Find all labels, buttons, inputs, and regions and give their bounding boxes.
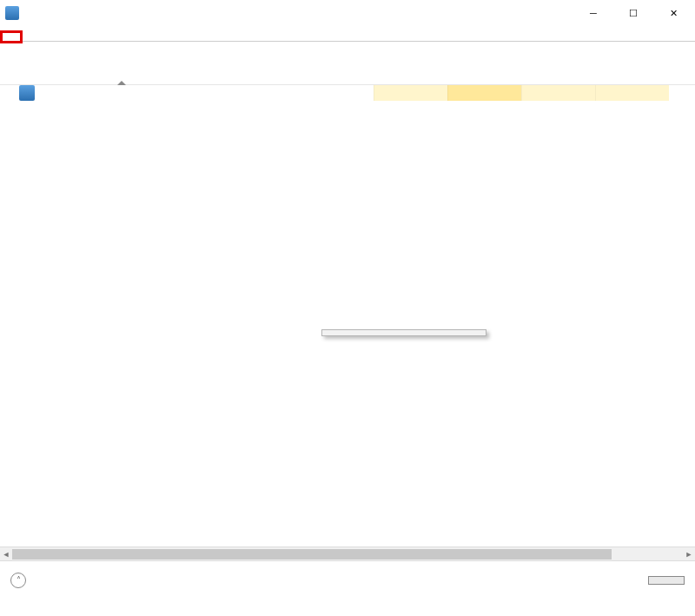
context-menu — [321, 329, 486, 336]
tab-users[interactable] — [78, 31, 97, 41]
disk-cell — [521, 85, 595, 101]
col-network[interactable] — [595, 79, 669, 84]
tab-details[interactable] — [97, 31, 116, 41]
scroll-thumb[interactable] — [12, 549, 612, 560]
tabbar — [0, 31, 695, 42]
horizontal-scrollbar[interactable]: ◄ ► — [0, 546, 695, 560]
net-cell — [595, 85, 669, 101]
column-headers — [0, 42, 695, 85]
fewer-details-button[interactable]: ˄ — [10, 573, 33, 588]
end-task-button[interactable] — [648, 576, 685, 585]
col-memory[interactable] — [447, 79, 521, 84]
scroll-left-icon[interactable]: ◄ — [0, 547, 12, 561]
titlebar: ─ ☐ ✕ — [0, 0, 695, 26]
scroll-right-icon[interactable]: ► — [683, 547, 695, 561]
table-row[interactable] — [0, 85, 695, 101]
chevron-up-icon: ˄ — [10, 573, 26, 588]
col-name[interactable] — [0, 79, 243, 84]
close-button[interactable]: ✕ — [653, 0, 693, 26]
app-icon — [5, 6, 19, 20]
cpu-cell — [374, 85, 447, 101]
tab-processes[interactable] — [2, 32, 21, 42]
col-cpu[interactable] — [374, 79, 447, 84]
tab-startup[interactable] — [59, 31, 78, 41]
minimize-button[interactable]: ─ — [573, 0, 613, 26]
tab-app-history[interactable] — [40, 31, 59, 41]
process-list[interactable] — [0, 85, 695, 476]
mem-cell — [447, 85, 521, 101]
process-icon — [19, 85, 35, 101]
group-background-processes — [0, 101, 695, 120]
footer: ˄ — [0, 560, 695, 599]
col-disk[interactable] — [521, 79, 595, 84]
col-status[interactable] — [243, 79, 374, 84]
tab-services[interactable] — [116, 31, 136, 41]
maximize-button[interactable]: ☐ — [613, 0, 653, 26]
tab-performance[interactable] — [21, 31, 40, 41]
